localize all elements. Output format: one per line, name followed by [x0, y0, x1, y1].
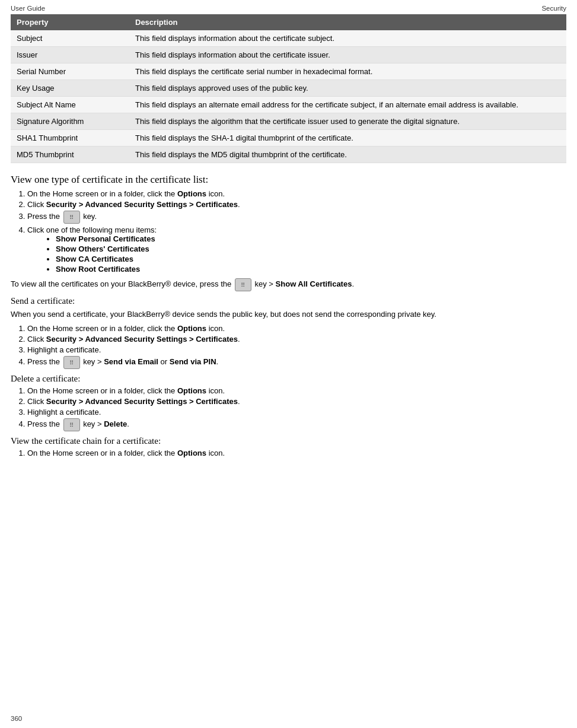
view-chain-steps: On the Home screen or in a folder, click… — [27, 449, 566, 457]
property-cell: Subject Alt Name — [11, 97, 129, 113]
description-cell: This field displays information about th… — [129, 47, 566, 63]
step-item: On the Home screen or in a folder, click… — [27, 449, 566, 457]
key-icon — [63, 211, 80, 224]
col-property-header: Property — [11, 14, 129, 30]
description-cell: This field displays the MD5 digital thum… — [129, 147, 566, 163]
step-item: Click Security > Advanced Security Setti… — [27, 397, 566, 406]
step-item: Highlight a certificate. — [27, 345, 566, 354]
step-item: Click Security > Advanced Security Setti… — [27, 335, 566, 344]
property-cell: SHA1 Thumbprint — [11, 130, 129, 147]
table-row: Signature AlgorithmThis field displays t… — [11, 113, 566, 130]
view-one-steps: On the Home screen or in a folder, click… — [27, 189, 566, 274]
description-cell: This field displays the SHA-1 digital th… — [129, 130, 566, 147]
property-cell: Signature Algorithm — [11, 113, 129, 130]
step-item: Highlight a certificate. — [27, 408, 566, 417]
table-row: MD5 ThumbprintThis field displays the MD… — [11, 147, 566, 163]
table-row: Key UsageThis field displays approved us… — [11, 80, 566, 97]
property-cell: Serial Number — [11, 63, 129, 80]
header-left: User Guide — [11, 5, 45, 12]
section-view-one: View one type of certificate in the cert… — [11, 174, 566, 291]
step-item: On the Home screen or in a folder, click… — [27, 324, 566, 333]
description-cell: This field displays the certificate seri… — [129, 63, 566, 80]
col-description-header: Description — [129, 14, 566, 30]
table-row: Subject Alt NameThis field displays an a… — [11, 97, 566, 113]
step-item: Press the key. — [27, 211, 566, 224]
step-bold: Options — [177, 189, 206, 198]
step-item: Press the key > Delete. — [27, 418, 566, 431]
send-intro: When you send a certificate, your BlackB… — [11, 309, 566, 320]
certificate-type-list: Show Personal Certificates Show Others' … — [56, 234, 566, 274]
key-icon — [63, 356, 80, 369]
description-cell: This field displays approved uses of the… — [129, 80, 566, 97]
table-row: SHA1 ThumbprintThis field displays the S… — [11, 130, 566, 147]
bullet-item: Show Others' Certificates — [56, 244, 566, 253]
step-item: On the Home screen or in a folder, click… — [27, 189, 566, 198]
key-icon — [235, 278, 251, 291]
table-row: SubjectThis field displays information a… — [11, 30, 566, 47]
view-all-note: To view all the certificates on your Bla… — [11, 278, 566, 291]
property-cell: Subject — [11, 30, 129, 47]
bullet-item: Show Root Certificates — [56, 265, 566, 274]
step-item: On the Home screen or in a folder, click… — [27, 386, 566, 395]
view-chain-heading: View the certificate chain for a certifi… — [11, 436, 566, 446]
section-view-chain: View the certificate chain for a certifi… — [11, 436, 566, 457]
page-footer: 360 — [11, 715, 22, 722]
step-item: Press the key > Send via Email or Send v… — [27, 356, 566, 369]
property-cell: Issuer — [11, 47, 129, 63]
step-item: Click Security > Advanced Security Setti… — [27, 200, 566, 209]
key-icon — [63, 418, 80, 431]
property-cell: MD5 Thumbprint — [11, 147, 129, 163]
section-send: Send a certificate: When you send a cert… — [11, 296, 566, 369]
table-row: Serial NumberThis field displays the cer… — [11, 63, 566, 80]
table-row: IssuerThis field displays information ab… — [11, 47, 566, 63]
step-item: Click one of the following menu items: S… — [27, 225, 566, 274]
page-number: 360 — [11, 715, 22, 722]
delete-heading: Delete a certificate: — [11, 374, 566, 384]
step-bold: Security > Advanced Security Settings > … — [46, 200, 238, 209]
show-all-bold: Show All Certificates — [276, 279, 352, 288]
view-one-heading: View one type of certificate in the cert… — [11, 174, 566, 186]
section-delete: Delete a certificate: On the Home screen… — [11, 374, 566, 431]
page-header: User Guide Security — [0, 0, 577, 14]
bullet-item: Show CA Certificates — [56, 255, 566, 263]
header-right: Security — [541, 5, 566, 12]
description-cell: This field displays an alternate email a… — [129, 97, 566, 113]
description-cell: This field displays the algorithm that t… — [129, 113, 566, 130]
delete-steps: On the Home screen or in a folder, click… — [27, 386, 566, 431]
property-table: Property Description SubjectThis field d… — [11, 14, 566, 163]
description-cell: This field displays information about th… — [129, 30, 566, 47]
send-heading: Send a certificate: — [11, 296, 566, 306]
send-steps: On the Home screen or in a folder, click… — [27, 324, 566, 369]
bullet-item: Show Personal Certificates — [56, 234, 566, 243]
property-cell: Key Usage — [11, 80, 129, 97]
